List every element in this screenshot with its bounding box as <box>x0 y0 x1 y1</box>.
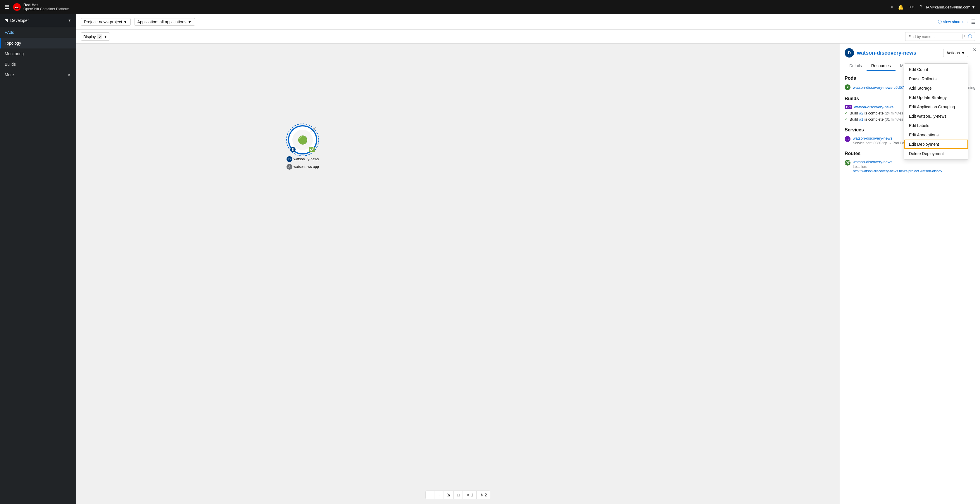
app-label: Application: all applications <box>137 19 186 24</box>
app-layout: ◥ Developer ▼ +Add Topology Monitoring B… <box>0 0 980 504</box>
actions-button[interactable]: Actions ▼ <box>943 49 968 57</box>
menu-item-pause-rollouts[interactable]: Pause Rollouts <box>904 74 968 84</box>
user-dropdown-icon: ▼ <box>972 5 975 10</box>
svc-s-badge: S <box>845 136 851 142</box>
brand-top: Red Hat <box>23 3 69 7</box>
sidebar-item-builds[interactable]: Builds <box>0 59 76 70</box>
add-button[interactable]: +Add <box>0 27 76 38</box>
user-menu[interactable]: IAM#karim.deifl@ibm.com ▼ <box>926 5 975 10</box>
panel-title: watson-discovery-news <box>857 50 916 56</box>
search-box: / ⓘ <box>905 32 975 41</box>
build2-link[interactable]: #1 <box>859 117 863 122</box>
build2-check-icon: ✓ <box>845 117 848 122</box>
svg-text:RH: RH <box>15 6 18 8</box>
build1-status: is complete <box>864 111 884 115</box>
app-dropdown-icon: ▼ <box>188 19 192 24</box>
route-loc-label: Location: <box>853 165 945 169</box>
bc-link[interactable]: watson-discovery-news <box>854 105 894 109</box>
node-app-row: A watson...ws-app <box>286 164 319 170</box>
tab-details[interactable]: Details <box>845 61 867 71</box>
display-dropdown-icon: ▼ <box>103 35 107 39</box>
menu-item-edit-annotations[interactable]: Edit Annotations <box>904 130 968 139</box>
brand-bottom: OpenShift Container Platform <box>23 7 69 11</box>
canvas-area: 🟢 D ✅ ⎇ ↗ D watson...y-news A watson...w… <box>76 43 980 504</box>
plus-circle-icon[interactable]: +○ <box>909 5 915 10</box>
display-count: 5 <box>97 34 103 39</box>
topology-canvas[interactable]: 🟢 D ✅ ⎇ ↗ D watson...y-news A watson...w… <box>76 43 840 504</box>
brand-text: Red Hat OpenShift Container Platform <box>23 3 69 11</box>
route-row: RT watson-discovery-news Location: http:… <box>845 160 975 173</box>
menu-item-delete-deployment[interactable]: Delete Deployment <box>904 149 968 158</box>
help-icon[interactable]: ? <box>920 5 923 10</box>
shortcuts-label: View shortcuts <box>943 19 967 24</box>
main-content: Project: news-project ▼ Application: all… <box>76 14 980 504</box>
close-panel-button[interactable]: ✕ <box>973 47 977 52</box>
tab-resources[interactable]: Resources <box>867 61 896 71</box>
actions-dropdown-menu: Edit Count Pause Rollouts Add Storage Ed… <box>904 63 968 160</box>
rt-badge: RT <box>845 160 851 166</box>
brand: RH Red Hat OpenShift Container Platform <box>13 3 69 11</box>
node-external-link-icon[interactable]: ↗ <box>314 126 317 130</box>
sub-toolbar: Display 5 ▼ / ⓘ <box>76 30 980 43</box>
node-app-label: watson...ws-app <box>294 165 319 169</box>
view-shortcuts-button[interactable]: ⓘ View shortcuts <box>938 19 967 25</box>
more-arrow-icon: ► <box>68 73 72 77</box>
menu-item-edit-count[interactable]: Edit Count <box>904 65 968 74</box>
fullscreen-button[interactable]: □ <box>454 491 463 499</box>
node-a-label-badge: A <box>286 164 292 170</box>
menu-item-add-storage[interactable]: Add Storage <box>904 84 968 93</box>
node1-button[interactable]: ✳ 1 <box>463 491 477 499</box>
node-d-label-badge: D <box>286 156 292 162</box>
canvas-controls: − + ⇲ □ ✳ 1 ✳ 2 <box>425 491 490 499</box>
svc-link[interactable]: watson-discovery-news <box>853 136 892 141</box>
fit-button[interactable]: ⇲ <box>444 491 454 499</box>
menu-item-edit-deployment[interactable]: Edit Deployment <box>904 139 968 149</box>
build1-text: Build #2 is complete (24 minutes ago) <box>850 111 911 115</box>
menu-item-edit-update-strategy[interactable]: Edit Update Strategy <box>904 93 968 102</box>
redhat-logo: RH <box>13 3 21 11</box>
panel-d-badge: D <box>845 48 854 57</box>
build1-link[interactable]: #2 <box>859 111 863 115</box>
menu-item-edit-labels[interactable]: Edit Labels <box>904 121 968 130</box>
project-selector[interactable]: Project: news-project ▼ <box>81 18 131 26</box>
hamburger-icon[interactable]: ☰ <box>5 4 10 10</box>
node-label-row: D watson...y-news <box>286 156 319 162</box>
menu-item-edit-app-grouping[interactable]: Edit Application Grouping <box>904 102 968 111</box>
pod-p-badge: P <box>845 84 851 90</box>
topnav-icons: ▫ 🔔 +○ ? <box>891 5 923 10</box>
project-dropdown-icon: ▼ <box>123 19 127 24</box>
node2-button[interactable]: ✳ 2 <box>477 491 490 499</box>
sidebar-item-topology[interactable]: Topology <box>0 38 76 49</box>
search-input[interactable] <box>908 35 961 39</box>
route-url[interactable]: http://watson-discovery-news.news-projec… <box>853 169 945 173</box>
zoom-in-button[interactable]: + <box>435 491 444 499</box>
top-navigation: ☰ RH Red Hat OpenShift Container Platfor… <box>0 0 980 14</box>
route-details: watson-discovery-news Location: http://w… <box>853 160 945 173</box>
sidebar: ◥ Developer ▼ +Add Topology Monitoring B… <box>0 14 76 504</box>
builds-label: Builds <box>5 62 16 67</box>
view-toggle-icon[interactable]: ≣ <box>971 19 975 25</box>
side-panel-header: D watson-discovery-news Actions ▼ Edit C… <box>840 43 980 57</box>
sidebar-item-monitoring[interactable]: Monitoring <box>0 49 76 59</box>
toolbar: Project: news-project ▼ Application: all… <box>76 14 980 30</box>
actions-label: Actions <box>947 51 960 55</box>
zoom-out-button[interactable]: − <box>426 491 434 499</box>
question-icon: ⓘ <box>938 19 942 25</box>
context-label: Developer <box>10 18 29 23</box>
context-switcher[interactable]: ◥ Developer ▼ <box>0 14 76 27</box>
node-label: watson...y-news <box>294 157 319 161</box>
sidebar-item-more[interactable]: More ► <box>0 70 76 80</box>
monitoring-label: Monitoring <box>5 51 24 56</box>
info-icon[interactable]: ⓘ <box>968 34 972 39</box>
route-link[interactable]: watson-discovery-news <box>853 160 892 164</box>
display-button[interactable]: Display 5 ▼ <box>81 32 110 41</box>
username: IAM#karim.deifl@ibm.com <box>926 5 970 10</box>
topology-node[interactable]: 🟢 D ✅ ⎇ ↗ D watson...y-news A watson...w… <box>286 125 319 170</box>
app-selector[interactable]: Application: all applications ▼ <box>134 18 195 26</box>
build2-text: Build #1 is complete (31 minutes ago) <box>850 117 911 122</box>
bell-icon[interactable]: 🔔 <box>898 5 904 10</box>
node-icon: 🟢 <box>298 135 308 145</box>
menu-item-edit-watson[interactable]: Edit watson...y-news <box>904 111 968 121</box>
grid-icon[interactable]: ▫ <box>891 5 893 10</box>
side-panel: ✕ D watson-discovery-news Actions ▼ Edit… <box>840 43 980 504</box>
